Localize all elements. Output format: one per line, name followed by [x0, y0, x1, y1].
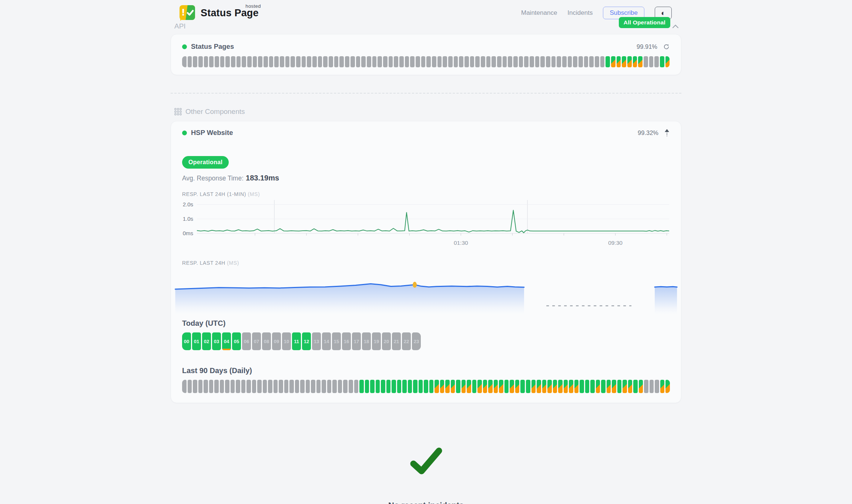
history-bar-na	[655, 380, 659, 393]
status-dot	[182, 44, 187, 49]
history-bar-na	[247, 56, 252, 67]
history-bar-na	[237, 56, 241, 67]
history-bar-na	[236, 380, 240, 393]
history-bar-na	[378, 56, 382, 67]
history-bar-na	[372, 56, 377, 67]
component-row-hsp-website[interactable]: HSP Website 99.32%	[182, 129, 670, 137]
hour-box-12: 12	[302, 332, 311, 350]
history-bar-deg	[440, 380, 445, 393]
history-bar-na	[557, 56, 561, 67]
history-bar-deg	[574, 380, 579, 393]
history-bar-deg	[537, 380, 541, 393]
history-bar-na	[215, 56, 219, 67]
uptime-percent: 99.91%	[637, 43, 657, 50]
history-bar-deg	[553, 380, 557, 393]
history-bar-na	[426, 56, 431, 67]
uptime-history-bars	[182, 56, 670, 67]
history-bar-deg	[622, 56, 626, 67]
operational-badge: Operational	[182, 156, 229, 169]
history-bar-na	[246, 380, 251, 393]
hour-box-01: 01	[192, 332, 201, 350]
last90-title: Last 90 Days (Daily)	[182, 366, 670, 375]
history-bar-na	[578, 56, 583, 67]
brand-name: Status Page hosted	[201, 7, 259, 19]
history-bar-deg	[627, 56, 632, 67]
hour-box-22: 22	[402, 332, 411, 350]
hour-box-19: 19	[372, 332, 381, 350]
history-bar-na	[589, 56, 594, 67]
hour-box-04: 04	[222, 332, 231, 350]
svg-text:!: !	[181, 7, 185, 18]
history-bar-na	[198, 56, 203, 67]
history-bar-deg	[665, 56, 670, 67]
hour-box-20: 20	[382, 332, 391, 350]
history-bar-na	[302, 56, 306, 67]
history-bar-na	[551, 56, 556, 67]
history-bar-na	[345, 56, 349, 67]
history-bar-na	[513, 56, 518, 67]
history-bar-na	[296, 56, 301, 67]
history-bar-up	[617, 380, 622, 393]
history-bar-up	[504, 380, 509, 393]
history-bar-na	[188, 380, 192, 393]
history-bar-na	[497, 56, 502, 67]
brand-logo[interactable]: ! Status Page hosted	[179, 4, 259, 21]
collapse-arrow-icon[interactable]	[664, 129, 670, 137]
history-bar-na	[405, 56, 409, 67]
history-bar-up	[386, 380, 391, 393]
history-bar-na	[562, 56, 567, 67]
brand-icon: !	[179, 4, 196, 21]
history-bar-na	[459, 56, 463, 67]
history-bar-up	[580, 380, 584, 393]
history-bar-na	[264, 56, 268, 67]
svg-text:0ms: 0ms	[183, 230, 193, 236]
history-bar-na	[437, 56, 442, 67]
history-bar-up	[590, 380, 595, 393]
history-bar-na	[486, 56, 491, 67]
history-bar-up	[424, 380, 428, 393]
history-bar-na	[416, 56, 420, 67]
nav-maintenance[interactable]: Maintenance	[521, 9, 557, 17]
history-bar-deg	[665, 380, 670, 393]
hour-box-09: 09	[272, 332, 281, 350]
history-bar-deg	[547, 380, 552, 393]
check-icon	[407, 447, 445, 476]
history-bar-na	[573, 56, 577, 67]
hour-box-11: 11	[292, 332, 301, 350]
history-bar-deg	[569, 380, 573, 393]
history-bar-na	[220, 56, 225, 67]
history-bar-na	[650, 380, 654, 393]
svg-text:01:30: 01:30	[454, 240, 468, 246]
history-bar-na	[188, 56, 192, 67]
history-bar-na	[540, 56, 545, 67]
history-bar-up	[419, 380, 423, 393]
nav-incidents[interactable]: Incidents	[567, 9, 593, 17]
component-row-status-pages[interactable]: Status Pages 99.91%	[182, 43, 670, 51]
history-bar-na	[644, 380, 648, 393]
chevron-up-icon[interactable]	[672, 24, 679, 29]
history-bar-na	[322, 380, 326, 393]
history-bar-deg	[488, 380, 493, 393]
hour-box-18: 18	[362, 332, 371, 350]
component-name: HSP Website	[191, 129, 233, 137]
history-bar-na	[568, 56, 572, 67]
history-bar-na	[584, 56, 588, 67]
history-bar-na	[182, 56, 187, 67]
history-bar-up	[472, 380, 477, 393]
partial-degraded-strip	[222, 349, 231, 350]
history-bar-deg	[617, 56, 621, 67]
refresh-icon[interactable]	[663, 43, 670, 50]
avg-response-value: 183.19ms	[246, 174, 279, 182]
history-bar-na	[394, 56, 398, 67]
history-bar-na	[182, 380, 187, 393]
history-bar-up	[413, 380, 417, 393]
history-bar-deg	[435, 380, 439, 393]
history-bar-na	[649, 56, 654, 67]
history-bar-deg	[639, 380, 643, 393]
history-bar-na	[349, 380, 353, 393]
api-section-header: API	[171, 22, 681, 30]
history-bar-na	[204, 380, 208, 393]
history-bar-na	[464, 56, 469, 67]
history-bar-up	[429, 380, 434, 393]
hour-box-21: 21	[392, 332, 401, 350]
